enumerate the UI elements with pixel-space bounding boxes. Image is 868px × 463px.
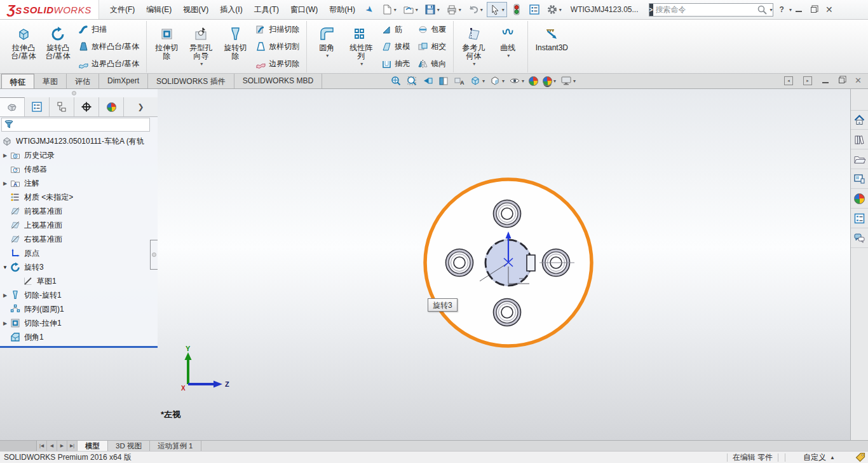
wrap-button[interactable]: 包覆 — [416, 23, 449, 36]
curves-button[interactable]: 曲线 ▾ — [491, 21, 525, 73]
undo-button[interactable]: ▾ — [465, 2, 485, 17]
tab-features[interactable]: 特征 — [1, 74, 34, 88]
tree-item-cut-extrude1[interactable]: ▶ 切除-拉伸1 — [0, 316, 158, 330]
revolved-boss-button[interactable]: 旋转凸 台/基体 — [41, 21, 75, 73]
fillet-dropdown-icon[interactable]: ▾ — [326, 53, 329, 59]
tree-item-circular-pattern1[interactable]: 阵列(圆周)1 — [0, 302, 158, 316]
tab-evaluate[interactable]: 评估 — [67, 74, 99, 88]
select-arrow-button[interactable]: ▾ — [487, 2, 507, 17]
hole-wizard-dropdown-icon[interactable]: ▾ — [200, 61, 203, 67]
menu-tools[interactable]: 工具(T) — [248, 1, 285, 19]
section-view-icon[interactable] — [437, 74, 451, 87]
settings-gear-button[interactable]: ▾ — [544, 2, 564, 17]
fm-tabs-expand-icon[interactable]: ❯ — [124, 97, 158, 116]
expander-icon[interactable]: ▶ — [0, 321, 10, 326]
first-tab-button[interactable]: |◀ — [37, 441, 47, 451]
new-document-button[interactable]: ▾ — [379, 2, 399, 17]
hide-show-items-button[interactable]: ▾ — [508, 74, 526, 87]
design-library-button[interactable] — [851, 130, 868, 149]
tab-solidworks-addins[interactable]: SOLIDWORKS 插件 — [148, 74, 234, 88]
options-list-button[interactable] — [526, 2, 543, 17]
search-icon[interactable] — [757, 4, 768, 15]
fillet-button[interactable]: 圆角 ▾ — [309, 21, 344, 73]
graphics-viewport[interactable]: 旋转3 Y Z X *左视 — [158, 89, 850, 440]
linear-pattern-dropdown-icon[interactable]: ▾ — [360, 61, 363, 67]
next-tab-button[interactable]: ▶ — [57, 441, 67, 451]
collapse-pane-left-icon[interactable]: ◂ — [784, 76, 793, 85]
tab-featuremanager-design-tree[interactable] — [0, 97, 25, 116]
lofted-cut-button[interactable]: 放样切割 — [254, 40, 302, 53]
tree-item-right-plane[interactable]: 右视基准面 — [0, 232, 158, 246]
model-wheel-part[interactable] — [158, 89, 850, 440]
save-button[interactable]: ▾ — [422, 2, 442, 17]
tree-item-history[interactable]: ▶ 历史记录 — [0, 148, 158, 162]
tree-item-material[interactable]: 材质 <未指定> — [0, 190, 158, 204]
view-settings-button[interactable]: ▾ — [559, 74, 577, 87]
tree-item-sketch1[interactable]: 草图1 — [0, 274, 158, 288]
doc-close-button[interactable]: ✕ — [855, 76, 862, 85]
edit-appearance-button[interactable] — [527, 76, 539, 86]
draft-button[interactable]: 拔模 — [379, 40, 413, 53]
minimize-button[interactable] — [796, 7, 802, 12]
file-explorer-button[interactable] — [851, 149, 868, 169]
boundary-cut-button[interactable]: 边界切除 — [254, 57, 302, 71]
view-palette-button[interactable] — [851, 169, 868, 189]
display-style-button[interactable]: ▾ — [488, 74, 506, 87]
rib-button[interactable]: 筋 — [379, 23, 413, 36]
menu-view[interactable]: 视图(V) — [177, 1, 214, 19]
expander-icon[interactable]: ▶ — [0, 293, 10, 298]
tree-item-origin[interactable]: 原点 — [0, 246, 158, 260]
tree-item-chamfer1[interactable]: 倒角1 — [0, 330, 158, 344]
tab-displaymanager[interactable] — [99, 97, 124, 116]
collapse-pane-right-icon[interactable]: ▸ — [803, 76, 812, 85]
appearances-scenes-button[interactable] — [851, 189, 868, 209]
mirror-button[interactable]: 镜向 — [416, 57, 449, 71]
zoom-to-area-icon[interactable] — [405, 74, 419, 87]
tab-configurationmanager[interactable] — [50, 97, 74, 116]
revolved-cut-button[interactable]: 旋转切 除 — [218, 21, 252, 73]
search-dropdown-icon[interactable]: ▾ — [770, 7, 773, 13]
boundary-boss-button[interactable]: 边界凸台/基体 — [76, 57, 142, 71]
tree-item-cut-revolve1[interactable]: ▶ 切除-旋转1 — [0, 288, 158, 302]
apply-scene-button[interactable]: ▾ — [541, 76, 557, 86]
doc-minimize-button[interactable] — [822, 78, 829, 83]
intersect-button[interactable]: 相交 — [416, 40, 449, 53]
expander-icon[interactable]: ▶ — [0, 181, 10, 186]
tab-propertymanager[interactable] — [25, 97, 50, 116]
shell-button[interactable]: 抽壳 — [379, 57, 413, 71]
tab-scrollbar[interactable] — [0, 441, 37, 451]
solidworks-forum-button[interactable] — [851, 228, 868, 248]
zoom-to-fit-icon[interactable] — [389, 74, 403, 87]
curves-dropdown-icon[interactable]: ▾ — [507, 53, 510, 59]
tab-solidworks-mbd[interactable]: SOLIDWORKS MBD — [234, 74, 322, 88]
menu-file[interactable]: 文件(F) — [104, 1, 140, 19]
tree-item-front-plane[interactable]: 前视基准面 — [0, 204, 158, 218]
menu-window[interactable]: 窗口(W) — [285, 1, 323, 19]
tree-item-root-part[interactable]: WTIGJMJ4123.05010111-车轮A (有轨 — [0, 134, 158, 148]
instant3d-button[interactable]: Instant3D — [531, 21, 573, 73]
dynamic-annotation-views-icon[interactable]: A — [452, 74, 466, 87]
tab-sketch[interactable]: 草图 — [34, 74, 67, 88]
search-input[interactable] — [653, 5, 757, 14]
tab-model[interactable]: 模型 — [78, 441, 108, 451]
menu-help[interactable]: 帮助(H) — [323, 1, 361, 19]
tree-item-annotations[interactable]: ▶ A 注解 — [0, 176, 158, 190]
prev-tab-button[interactable]: ◀ — [47, 441, 57, 451]
tab-dimxpertmanager[interactable] — [74, 97, 99, 116]
previous-view-icon[interactable] — [421, 74, 435, 87]
lofted-boss-button[interactable]: 放样凸台/基体 — [76, 40, 142, 53]
menu-edit[interactable]: 编辑(E) — [140, 1, 177, 19]
expander-icon[interactable]: ▼ — [0, 265, 10, 270]
swept-cut-button[interactable]: 扫描切除 — [254, 23, 302, 36]
help-button[interactable]: ? — [780, 5, 784, 14]
rollback-bar[interactable] — [0, 346, 158, 348]
help-dropdown-icon[interactable]: ▾ — [789, 7, 792, 13]
open-document-button[interactable]: ▾ — [400, 2, 421, 17]
linear-pattern-button[interactable]: 线性阵 列 ▾ — [344, 21, 378, 73]
tree-filter-bar[interactable] — [1, 118, 150, 132]
restore-button[interactable] — [811, 7, 817, 13]
rebuild-traffic-light-icon[interactable] — [508, 2, 525, 17]
tree-item-sensors[interactable]: 传感器 — [0, 162, 158, 176]
expander-icon[interactable]: ▶ — [0, 153, 10, 158]
hole-wizard-button[interactable]: 异型孔 向导 ▾ — [184, 21, 218, 73]
